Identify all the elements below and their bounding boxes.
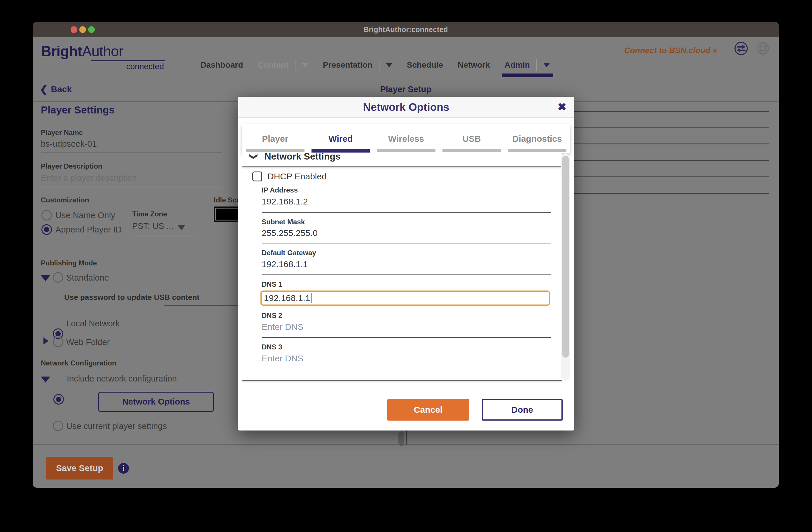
window-title: BrightAuthor:connected <box>33 22 779 37</box>
usb-password-label: Use password to update USB content <box>64 293 200 302</box>
chevron-down-icon[interactable]: ❯ <box>249 153 259 160</box>
dns3-input[interactable]: Enter DNS <box>262 354 303 363</box>
dns2-label: DNS 2 <box>262 312 282 320</box>
dhcp-checkbox[interactable] <box>252 172 262 182</box>
nav-dashboard[interactable]: Dashboard <box>200 60 243 70</box>
content-bottom-divider <box>242 380 562 380</box>
save-setup-button[interactable]: Save Setup <box>46 457 113 479</box>
player-description-underline <box>41 187 222 187</box>
window-titlebar[interactable]: BrightAuthor:connected <box>33 22 779 37</box>
player-name-value[interactable]: bs-udpseek-01 <box>41 139 97 149</box>
append-player-id-radio[interactable] <box>41 224 52 235</box>
subnet-mask-input[interactable]: 255.255.255.0 <box>262 228 318 238</box>
dns1-label: DNS 1 <box>262 280 282 288</box>
dns1-input-focused[interactable]: 192.168.1.1 <box>260 290 550 306</box>
modal-scrollbar[interactable] <box>561 154 570 381</box>
time-zone-label: Time Zone <box>132 210 167 218</box>
cancel-button[interactable]: Cancel <box>387 399 469 420</box>
time-zone-underline <box>132 236 194 236</box>
standalone-label[interactable]: Standalone <box>66 273 109 283</box>
modal-scrollbar-thumb[interactable] <box>562 156 569 358</box>
tab-wired[interactable]: Wired <box>308 124 374 154</box>
local-network-label[interactable]: Local Network <box>66 319 120 328</box>
nav-network[interactable]: Network <box>458 60 490 70</box>
use-name-only-label[interactable]: Use Name Only <box>55 211 115 220</box>
logo-connected: connected <box>41 62 165 71</box>
logo-wordmark: BrightAuthor <box>41 43 165 60</box>
nav-schedule[interactable]: Schedule <box>407 60 443 70</box>
chevron-down-icon[interactable] <box>543 63 550 67</box>
idle-screen-label: Idle Scr <box>214 196 239 204</box>
player-description-input[interactable]: Enter a player description <box>41 173 137 183</box>
close-icon[interactable]: ✖ <box>558 100 566 114</box>
dhcp-row[interactable]: DHCP Enabled <box>252 172 327 182</box>
chevron-down-icon[interactable] <box>386 63 392 67</box>
page-scrollbar-thumb[interactable] <box>398 431 404 446</box>
time-zone-select[interactable]: PST: US ... <box>132 221 174 231</box>
network-settings-section-header[interactable]: ❯ Network Settings <box>242 151 341 162</box>
nav-admin-active[interactable]: Admin <box>505 59 550 71</box>
player-description-label: Player Description <box>41 162 102 170</box>
section-divider <box>242 166 562 167</box>
ip-address-underline <box>262 212 551 213</box>
publishing-mode-label: Publishing Mode <box>41 259 97 267</box>
dns2-input[interactable]: Enter DNS <box>262 322 303 332</box>
customization-label: Customization <box>41 196 89 204</box>
usb-password-input-underline[interactable] <box>164 305 238 306</box>
dns3-label: DNS 3 <box>262 343 282 351</box>
include-network-config-radio[interactable] <box>53 394 64 404</box>
nav-content: Content <box>258 60 288 70</box>
desktop: BrightAuthor:connected BrightAuthor conn… <box>0 0 812 532</box>
include-network-config-label[interactable]: Include network configuration <box>67 374 177 384</box>
use-current-settings-radio[interactable] <box>53 420 63 431</box>
tab-usb[interactable]: USB <box>439 124 505 154</box>
nav-separator <box>379 59 379 71</box>
tab-player[interactable]: Player <box>242 124 308 154</box>
append-player-id-label[interactable]: Append Player ID <box>55 225 121 234</box>
modal-title: Network Options <box>238 97 574 118</box>
chevron-down-icon <box>302 63 308 67</box>
collapse-triangle-icon[interactable] <box>41 376 50 383</box>
ip-address-input[interactable]: 192.168.1.2 <box>262 197 308 206</box>
dropdown-arrow-icon[interactable] <box>177 225 186 230</box>
default-gateway-input[interactable]: 192.168.1.1 <box>262 259 308 269</box>
tab-wireless[interactable]: Wireless <box>373 124 439 154</box>
standalone-radio[interactable] <box>53 272 63 283</box>
network-options-button[interactable]: Network Options <box>98 392 214 412</box>
logo-light: Author <box>82 43 123 59</box>
nav-presentation[interactable]: Presentation <box>323 60 373 70</box>
main-nav: Dashboard Content Presentation Schedule … <box>200 56 550 74</box>
default-gateway-underline <box>262 274 551 275</box>
use-name-only-radio[interactable] <box>41 210 52 220</box>
brightauthor-logo: BrightAuthor connected <box>41 43 165 71</box>
done-button[interactable]: Done <box>482 399 563 420</box>
nav-separator <box>295 59 295 71</box>
modal-tab-bar: Player Wired Wireless USB Diagnostics <box>242 124 570 154</box>
web-folder-radio[interactable] <box>53 336 63 347</box>
default-gateway-label: Default Gateway <box>262 249 316 257</box>
ip-address-label: IP Address <box>262 186 298 194</box>
dns1-value: 192.168.1.1 <box>264 293 310 303</box>
use-current-settings-label[interactable]: Use current player settings <box>66 421 167 431</box>
network-options-modal: Network Options ✖ Player Wired Wireless … <box>238 97 574 431</box>
page-title: Player Setup <box>33 85 779 94</box>
section-title: Network Settings <box>264 151 340 162</box>
player-name-label: Player Name <box>41 129 83 137</box>
subnet-mask-label: Subnet Mask <box>262 218 305 226</box>
info-icon[interactable]: i <box>118 463 129 474</box>
text-caret <box>310 293 311 303</box>
web-folder-label[interactable]: Web Folder <box>66 337 110 347</box>
nav-separator <box>536 59 537 71</box>
dns2-underline <box>262 337 551 338</box>
tab-diagnostics[interactable]: Diagnostics <box>504 124 570 154</box>
connect-bsn-link[interactable]: Connect to BSN.cloud » <box>624 46 717 55</box>
subnet-mask-underline <box>262 244 551 244</box>
globe-icon[interactable] <box>755 41 770 56</box>
player-settings-heading: Player Settings <box>41 104 115 116</box>
expand-triangle-icon[interactable] <box>43 337 48 344</box>
footer-divider <box>33 445 779 445</box>
transfer-icon[interactable] <box>734 41 749 56</box>
nav-admin[interactable]: Admin <box>505 60 530 70</box>
logo-rule <box>91 60 165 61</box>
collapse-triangle-icon[interactable] <box>41 275 50 282</box>
